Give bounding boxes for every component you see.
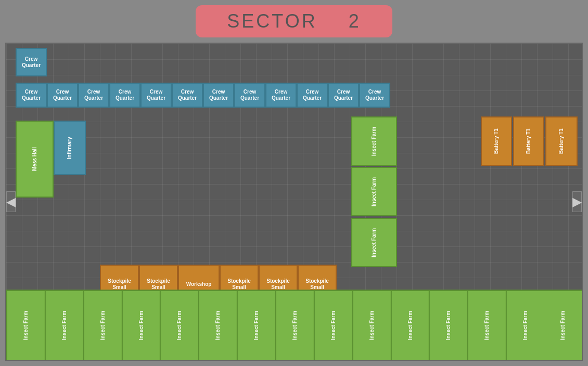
- bottom-farm-3[interactable]: Insect Farm: [83, 291, 122, 360]
- page-wrapper: SECTOR 2 ◀ ▶ Crew Quarter Crew Quarter C…: [0, 0, 588, 366]
- infirmary[interactable]: Infirmary: [54, 121, 86, 175]
- crew-quarter-9[interactable]: Crew Quarter: [265, 83, 297, 108]
- bottom-farm-4[interactable]: Insect Farm: [122, 291, 160, 360]
- crew-quarter-3[interactable]: Crew Quarter: [78, 83, 109, 108]
- bottom-farm-14[interactable]: Insect Farm: [506, 291, 544, 360]
- bottom-farm-10[interactable]: Insect Farm: [352, 291, 391, 360]
- sector-title: SECTOR 2: [196, 5, 392, 37]
- bottom-farm-9[interactable]: Insect Farm: [314, 291, 352, 360]
- bottom-farm-5[interactable]: Insect Farm: [160, 291, 198, 360]
- crew-quarter-7[interactable]: Crew Quarter: [203, 83, 234, 108]
- insect-farm-3[interactable]: Insect Farm: [351, 218, 397, 267]
- crew-quarter-top-label: Crew Quarter: [17, 56, 46, 69]
- crew-quarter-top[interactable]: Crew Quarter: [16, 48, 47, 76]
- insect-farm-1[interactable]: Insect Farm: [351, 116, 397, 166]
- battery-2[interactable]: Battery T1: [513, 116, 544, 166]
- insect-farm-2[interactable]: Insect Farm: [351, 167, 397, 216]
- sector-label: SECTOR: [227, 10, 317, 32]
- bottom-farm-strip: Insect Farm Insect Farm Insect Farm Inse…: [6, 290, 582, 360]
- battery-1[interactable]: Battery T1: [481, 116, 512, 166]
- bottom-farm-15[interactable]: Insect Farm: [544, 291, 582, 360]
- nav-arrow-right[interactable]: ▶: [572, 191, 582, 212]
- bottom-farm-1[interactable]: Insect Farm: [6, 291, 45, 360]
- bottom-farm-12[interactable]: Insect Farm: [429, 291, 467, 360]
- sector-number: 2: [349, 10, 361, 32]
- battery-3[interactable]: Battery T1: [545, 116, 578, 166]
- crew-quarter-12[interactable]: Crew Quarter: [359, 83, 390, 108]
- infirmary-label: Infirmary: [67, 137, 73, 159]
- nav-arrow-left[interactable]: ◀: [6, 191, 16, 212]
- bottom-farm-11[interactable]: Insect Farm: [391, 291, 429, 360]
- mess-hall-label: Mess Hall: [32, 147, 38, 171]
- bottom-farm-2[interactable]: Insect Farm: [45, 291, 83, 360]
- mess-hall[interactable]: Mess Hall: [16, 121, 54, 198]
- workshop-label: Workshop: [186, 281, 212, 287]
- crew-quarter-10[interactable]: Crew Quarter: [297, 83, 328, 108]
- crew-quarter-11[interactable]: Crew Quarter: [328, 83, 359, 108]
- crew-quarter-1[interactable]: Crew Quarter: [16, 83, 47, 108]
- main-area: ◀ ▶ Crew Quarter Crew Quarter Crew Quart…: [5, 43, 583, 361]
- bottom-farm-8[interactable]: Insect Farm: [275, 291, 314, 360]
- crew-quarter-5[interactable]: Crew Quarter: [140, 83, 172, 108]
- bottom-farm-7[interactable]: Insect Farm: [237, 291, 275, 360]
- bottom-farm-13[interactable]: Insect Farm: [467, 291, 506, 360]
- crew-quarter-8[interactable]: Crew Quarter: [234, 83, 265, 108]
- crew-quarter-2[interactable]: Crew Quarter: [47, 83, 78, 108]
- bottom-farm-6[interactable]: Insect Farm: [198, 291, 237, 360]
- crew-quarter-6[interactable]: Crew Quarter: [172, 83, 203, 108]
- crew-quarter-4[interactable]: Crew Quarter: [109, 83, 140, 108]
